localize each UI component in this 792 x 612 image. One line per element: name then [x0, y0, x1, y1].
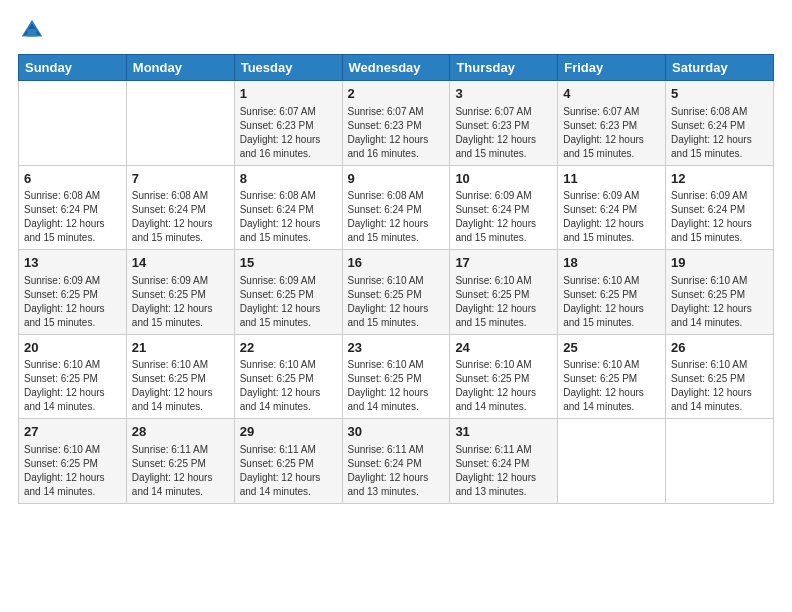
calendar-cell: 6Sunrise: 6:08 AM Sunset: 6:24 PM Daylig…: [19, 165, 127, 250]
weekday-header-thursday: Thursday: [450, 55, 558, 81]
calendar-cell: 1Sunrise: 6:07 AM Sunset: 6:23 PM Daylig…: [234, 81, 342, 166]
day-number: 19: [671, 254, 768, 272]
calendar-cell: 12Sunrise: 6:09 AM Sunset: 6:24 PM Dayli…: [666, 165, 774, 250]
calendar-cell: 5Sunrise: 6:08 AM Sunset: 6:24 PM Daylig…: [666, 81, 774, 166]
calendar-cell: 4Sunrise: 6:07 AM Sunset: 6:23 PM Daylig…: [558, 81, 666, 166]
day-number: 9: [348, 170, 445, 188]
day-number: 31: [455, 423, 552, 441]
day-number: 8: [240, 170, 337, 188]
calendar-cell: 16Sunrise: 6:10 AM Sunset: 6:25 PM Dayli…: [342, 250, 450, 335]
logo: [18, 16, 50, 44]
week-row-2: 6Sunrise: 6:08 AM Sunset: 6:24 PM Daylig…: [19, 165, 774, 250]
day-number: 22: [240, 339, 337, 357]
day-number: 30: [348, 423, 445, 441]
calendar-cell: 29Sunrise: 6:11 AM Sunset: 6:25 PM Dayli…: [234, 419, 342, 504]
day-number: 6: [24, 170, 121, 188]
day-info: Sunrise: 6:10 AM Sunset: 6:25 PM Dayligh…: [563, 274, 660, 330]
calendar-cell: 3Sunrise: 6:07 AM Sunset: 6:23 PM Daylig…: [450, 81, 558, 166]
day-info: Sunrise: 6:10 AM Sunset: 6:25 PM Dayligh…: [24, 443, 121, 499]
day-info: Sunrise: 6:07 AM Sunset: 6:23 PM Dayligh…: [455, 105, 552, 161]
weekday-row: SundayMondayTuesdayWednesdayThursdayFrid…: [19, 55, 774, 81]
day-info: Sunrise: 6:11 AM Sunset: 6:24 PM Dayligh…: [348, 443, 445, 499]
calendar-cell: 28Sunrise: 6:11 AM Sunset: 6:25 PM Dayli…: [126, 419, 234, 504]
day-info: Sunrise: 6:10 AM Sunset: 6:25 PM Dayligh…: [671, 358, 768, 414]
day-info: Sunrise: 6:09 AM Sunset: 6:24 PM Dayligh…: [671, 189, 768, 245]
day-number: 11: [563, 170, 660, 188]
day-number: 23: [348, 339, 445, 357]
day-number: 16: [348, 254, 445, 272]
day-number: 24: [455, 339, 552, 357]
calendar-cell: 24Sunrise: 6:10 AM Sunset: 6:25 PM Dayli…: [450, 334, 558, 419]
calendar-header: SundayMondayTuesdayWednesdayThursdayFrid…: [19, 55, 774, 81]
day-info: Sunrise: 6:10 AM Sunset: 6:25 PM Dayligh…: [348, 358, 445, 414]
weekday-header-monday: Monday: [126, 55, 234, 81]
day-info: Sunrise: 6:10 AM Sunset: 6:25 PM Dayligh…: [455, 358, 552, 414]
calendar-cell: 15Sunrise: 6:09 AM Sunset: 6:25 PM Dayli…: [234, 250, 342, 335]
day-info: Sunrise: 6:08 AM Sunset: 6:24 PM Dayligh…: [348, 189, 445, 245]
day-info: Sunrise: 6:08 AM Sunset: 6:24 PM Dayligh…: [24, 189, 121, 245]
day-number: 5: [671, 85, 768, 103]
weekday-header-tuesday: Tuesday: [234, 55, 342, 81]
calendar-cell: [558, 419, 666, 504]
calendar-cell: 10Sunrise: 6:09 AM Sunset: 6:24 PM Dayli…: [450, 165, 558, 250]
calendar-cell: 14Sunrise: 6:09 AM Sunset: 6:25 PM Dayli…: [126, 250, 234, 335]
day-info: Sunrise: 6:09 AM Sunset: 6:24 PM Dayligh…: [455, 189, 552, 245]
calendar-cell: 13Sunrise: 6:09 AM Sunset: 6:25 PM Dayli…: [19, 250, 127, 335]
day-info: Sunrise: 6:10 AM Sunset: 6:25 PM Dayligh…: [240, 358, 337, 414]
day-info: Sunrise: 6:10 AM Sunset: 6:25 PM Dayligh…: [132, 358, 229, 414]
calendar-cell: 26Sunrise: 6:10 AM Sunset: 6:25 PM Dayli…: [666, 334, 774, 419]
calendar-cell: 9Sunrise: 6:08 AM Sunset: 6:24 PM Daylig…: [342, 165, 450, 250]
day-info: Sunrise: 6:09 AM Sunset: 6:25 PM Dayligh…: [24, 274, 121, 330]
svg-rect-2: [27, 29, 36, 36]
week-row-5: 27Sunrise: 6:10 AM Sunset: 6:25 PM Dayli…: [19, 419, 774, 504]
day-number: 10: [455, 170, 552, 188]
day-info: Sunrise: 6:07 AM Sunset: 6:23 PM Dayligh…: [563, 105, 660, 161]
day-number: 4: [563, 85, 660, 103]
calendar-cell: 8Sunrise: 6:08 AM Sunset: 6:24 PM Daylig…: [234, 165, 342, 250]
day-number: 3: [455, 85, 552, 103]
day-info: Sunrise: 6:08 AM Sunset: 6:24 PM Dayligh…: [671, 105, 768, 161]
weekday-header-sunday: Sunday: [19, 55, 127, 81]
day-number: 17: [455, 254, 552, 272]
calendar-body: 1Sunrise: 6:07 AM Sunset: 6:23 PM Daylig…: [19, 81, 774, 504]
calendar-cell: 19Sunrise: 6:10 AM Sunset: 6:25 PM Dayli…: [666, 250, 774, 335]
day-info: Sunrise: 6:10 AM Sunset: 6:25 PM Dayligh…: [455, 274, 552, 330]
day-number: 25: [563, 339, 660, 357]
day-number: 13: [24, 254, 121, 272]
day-number: 26: [671, 339, 768, 357]
day-info: Sunrise: 6:10 AM Sunset: 6:25 PM Dayligh…: [24, 358, 121, 414]
calendar-cell: 30Sunrise: 6:11 AM Sunset: 6:24 PM Dayli…: [342, 419, 450, 504]
week-row-3: 13Sunrise: 6:09 AM Sunset: 6:25 PM Dayli…: [19, 250, 774, 335]
day-info: Sunrise: 6:10 AM Sunset: 6:25 PM Dayligh…: [671, 274, 768, 330]
calendar-cell: 21Sunrise: 6:10 AM Sunset: 6:25 PM Dayli…: [126, 334, 234, 419]
calendar-cell: 31Sunrise: 6:11 AM Sunset: 6:24 PM Dayli…: [450, 419, 558, 504]
calendar-cell: 27Sunrise: 6:10 AM Sunset: 6:25 PM Dayli…: [19, 419, 127, 504]
day-info: Sunrise: 6:09 AM Sunset: 6:25 PM Dayligh…: [132, 274, 229, 330]
calendar-cell: 20Sunrise: 6:10 AM Sunset: 6:25 PM Dayli…: [19, 334, 127, 419]
calendar-cell: 17Sunrise: 6:10 AM Sunset: 6:25 PM Dayli…: [450, 250, 558, 335]
header: [18, 16, 774, 44]
day-number: 29: [240, 423, 337, 441]
day-info: Sunrise: 6:11 AM Sunset: 6:25 PM Dayligh…: [132, 443, 229, 499]
day-number: 15: [240, 254, 337, 272]
day-info: Sunrise: 6:11 AM Sunset: 6:24 PM Dayligh…: [455, 443, 552, 499]
calendar-cell: 22Sunrise: 6:10 AM Sunset: 6:25 PM Dayli…: [234, 334, 342, 419]
day-info: Sunrise: 6:11 AM Sunset: 6:25 PM Dayligh…: [240, 443, 337, 499]
day-number: 28: [132, 423, 229, 441]
logo-icon: [18, 16, 46, 44]
day-number: 14: [132, 254, 229, 272]
calendar-cell: [19, 81, 127, 166]
day-info: Sunrise: 6:08 AM Sunset: 6:24 PM Dayligh…: [240, 189, 337, 245]
day-number: 1: [240, 85, 337, 103]
weekday-header-wednesday: Wednesday: [342, 55, 450, 81]
day-number: 27: [24, 423, 121, 441]
day-info: Sunrise: 6:08 AM Sunset: 6:24 PM Dayligh…: [132, 189, 229, 245]
calendar-cell: 18Sunrise: 6:10 AM Sunset: 6:25 PM Dayli…: [558, 250, 666, 335]
day-number: 18: [563, 254, 660, 272]
day-info: Sunrise: 6:09 AM Sunset: 6:25 PM Dayligh…: [240, 274, 337, 330]
day-number: 21: [132, 339, 229, 357]
calendar-cell: [666, 419, 774, 504]
calendar-cell: 23Sunrise: 6:10 AM Sunset: 6:25 PM Dayli…: [342, 334, 450, 419]
day-info: Sunrise: 6:07 AM Sunset: 6:23 PM Dayligh…: [240, 105, 337, 161]
day-number: 7: [132, 170, 229, 188]
